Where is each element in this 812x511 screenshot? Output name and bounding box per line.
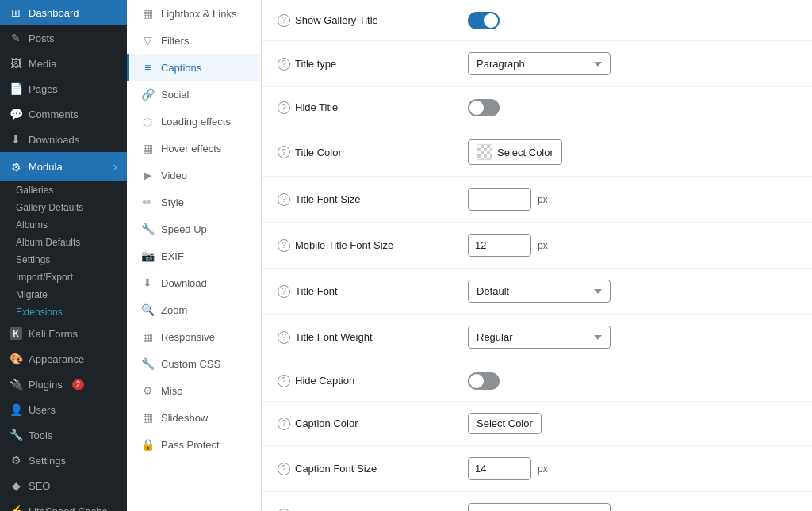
submenu-item-zoom[interactable]: 🔍 Zoom [127, 296, 261, 323]
title-type-select[interactable]: Paragraph H1 H2 H3 [468, 52, 611, 75]
media-icon: 🖼 [10, 57, 22, 70]
submenu-item-pass-protect[interactable]: 🔒 Pass Protect [127, 431, 261, 458]
sidebar-item-seo[interactable]: ◆ SEO [0, 473, 127, 498]
setting-row-title-type: ? Title type Paragraph H1 H2 H3 [262, 41, 812, 87]
caption-font-size-input[interactable] [468, 457, 531, 480]
submenu-item-label: Lightbox & Links [161, 8, 236, 20]
caption-color-button[interactable]: Select Color [468, 413, 542, 434]
sidebar-item-settings[interactable]: Settings [6, 251, 127, 269]
submenu-item-exif[interactable]: 📷 EXIF [127, 242, 261, 269]
sidebar-item-albums[interactable]: Albums [6, 216, 127, 234]
setting-control: px [468, 188, 548, 211]
main-content: ? Show Gallery Title ? Title type Paragr… [262, 0, 812, 511]
submenu-item-video[interactable]: ▶ Video [127, 162, 261, 189]
help-icon[interactable]: ? [278, 146, 290, 158]
posts-icon: ✎ [10, 32, 22, 44]
submenu-item-misc[interactable]: ⚙ Misc [127, 377, 261, 404]
px-unit: px [538, 240, 548, 251]
modula-arrow-icon: › [113, 158, 117, 175]
submenu-item-label: Custom CSS [161, 358, 220, 370]
sidebar-item-litespeed[interactable]: ⚡ LiteSpeed Cache [0, 498, 127, 511]
submenu-item-lightbox-links[interactable]: ▦ Lightbox & Links [127, 0, 261, 27]
tools-icon: 🔧 [10, 429, 22, 441]
settings-icon: ⚙ [10, 454, 22, 467]
submenu-item-custom-css[interactable]: 🔧 Custom CSS [127, 350, 261, 377]
sidebar-item-migrate[interactable]: Migrate [6, 286, 127, 303]
submenu-item-label: Filters [161, 35, 189, 47]
sidebar-item-galleries[interactable]: Galleries [6, 181, 127, 199]
sidebar-item-comments[interactable]: 💬 Comments [0, 101, 127, 127]
sidebar-item-label: Downloads [29, 134, 79, 146]
help-icon[interactable]: ? [278, 375, 290, 387]
style-icon: ✏ [140, 196, 155, 208]
title-font-size-input[interactable] [468, 188, 531, 211]
show-gallery-title-toggle[interactable] [468, 12, 500, 29]
pages-icon: 📄 [10, 82, 22, 95]
help-icon[interactable]: ? [278, 193, 290, 206]
sidebar-item-label: Tools [29, 429, 52, 441]
submenu-item-label: Responsive [161, 331, 215, 343]
kali-forms-icon: K [10, 327, 22, 340]
sidebar-item-modula[interactable]: ⚙ Modula › [0, 152, 127, 181]
sidebar-item-pages[interactable]: 📄 Pages [0, 76, 127, 101]
setting-label: ? Caption Font Size [278, 463, 468, 475]
setting-control [468, 372, 500, 390]
sidebar-item-plugins[interactable]: 🔌 Plugins 2 [0, 372, 127, 397]
help-icon[interactable]: ? [278, 239, 290, 252]
label-text: Title Font Size [295, 193, 361, 205]
hide-title-toggle[interactable] [468, 99, 500, 116]
lightbox-icon: ▦ [140, 7, 155, 20]
select-color-label: Select Color [477, 418, 533, 429]
submenu-item-hover-effects[interactable]: ▦ Hover effects [127, 135, 261, 162]
submenu-item-loading-effects[interactable]: ◌ Loading effects [127, 108, 261, 135]
submenu-item-filters[interactable]: ▽ Filters [127, 27, 261, 54]
submenu-item-captions[interactable]: ≡ Captions [127, 54, 261, 81]
help-icon[interactable]: ? [278, 285, 290, 298]
sidebar-item-label: Plugins [29, 379, 63, 391]
mobile-title-font-size-input[interactable] [468, 234, 531, 257]
sidebar-item-downloads[interactable]: ⬇ Downloads [0, 127, 127, 152]
setting-control [468, 99, 500, 116]
title-color-button[interactable]: Select Color [468, 139, 562, 165]
sidebar-item-media[interactable]: 🖼 Media [0, 51, 127, 76]
submenu-item-download[interactable]: ⬇ Download [127, 269, 261, 296]
submenu-item-responsive[interactable]: ▦ Responsive [127, 323, 261, 350]
help-icon[interactable]: ? [278, 463, 290, 475]
modula-icon: ⚙ [10, 161, 22, 174]
submenu-item-slideshow[interactable]: ▦ Slideshow [127, 404, 261, 431]
sidebar-item-extensions[interactable]: Extensions [6, 303, 127, 321]
setting-label: ? Title Color [278, 146, 468, 158]
title-font-weight-select[interactable]: Regular Bold Light [468, 326, 611, 349]
submenu-item-social[interactable]: 🔗 Social [127, 81, 261, 108]
appearance-icon: 🎨 [10, 353, 22, 365]
sidebar-item-kali-forms[interactable]: K Kali Forms [0, 321, 127, 346]
title-font-select[interactable]: Default Arial Georgia [468, 280, 611, 303]
help-icon[interactable]: ? [278, 14, 290, 27]
help-icon[interactable]: ? [278, 331, 290, 344]
setting-row-mobile-title-font-size: ? Mobile Title Font Size px [262, 223, 812, 269]
video-icon: ▶ [140, 169, 155, 181]
sidebar-item-gallery-defaults[interactable]: Gallery Defaults [6, 199, 127, 216]
setting-label: ? Title Font Weight [278, 331, 468, 344]
sidebar-item-import-export[interactable]: Import/Export [6, 269, 127, 286]
label-text: Caption Color [295, 418, 358, 429]
filters-icon: ▽ [140, 34, 155, 47]
help-icon[interactable]: ? [278, 58, 290, 71]
help-icon[interactable]: ? [278, 101, 290, 114]
help-icon[interactable]: ? [278, 509, 290, 512]
sidebar-item-tools[interactable]: 🔧 Tools [0, 422, 127, 448]
sidebar-item-dashboard[interactable]: ⊞ Dashboard [0, 0, 127, 25]
submenu-item-speed-up[interactable]: 🔧 Speed Up [127, 215, 261, 242]
sidebar-item-appearance[interactable]: 🎨 Appearance [0, 346, 127, 372]
submenu-item-label: Video [161, 170, 187, 181]
pass-protect-icon: 🔒 [140, 438, 155, 451]
hide-caption-toggle[interactable] [468, 372, 500, 390]
captions-font-select[interactable]: Default Arial Georgia [468, 503, 611, 511]
sidebar-item-label: SEO [29, 480, 50, 492]
sidebar-item-posts[interactable]: ✎ Posts [0, 25, 127, 51]
submenu-item-style[interactable]: ✏ Style [127, 189, 261, 215]
sidebar-item-album-defaults[interactable]: Album Defaults [6, 234, 127, 251]
help-icon[interactable]: ? [278, 418, 290, 430]
sidebar-item-settings-main[interactable]: ⚙ Settings [0, 448, 127, 473]
sidebar-item-users[interactable]: 👤 Users [0, 397, 127, 422]
